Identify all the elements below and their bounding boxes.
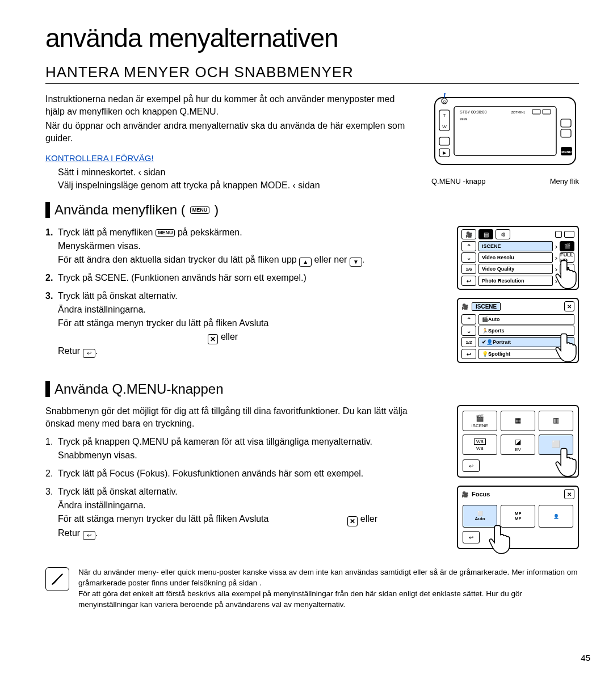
camera-diagram: T W ▶ Q MENU STBY 00:00:00 [307MIN] 9999…: [431, 93, 579, 192]
close-icon: ✕: [208, 334, 218, 344]
tab-icon[interactable]: ⚙: [496, 229, 510, 239]
menu-row[interactable]: Video Resolu: [478, 252, 553, 263]
return-icon: ↩: [83, 349, 95, 358]
menu-badge-icon: MENU: [156, 229, 175, 237]
svg-rect-10: [561, 119, 571, 127]
up-icon: ▲: [299, 258, 312, 267]
menu-screen-1: 🎥 ▤ ⚙ ⌃iSCENE›🎬 ⌄Video Resolu›FULL HD 1/…: [457, 226, 579, 290]
svg-text:W: W: [442, 124, 447, 129]
note-icon: [45, 567, 69, 591]
step-item: 3.Tryck lätt på önskat alternativ. Ändra…: [45, 485, 414, 540]
up-button[interactable]: ⌃: [461, 314, 476, 324]
qmenu-item[interactable]: 🎬iSCENE: [463, 411, 497, 431]
tab-icon[interactable]: ▤: [478, 229, 493, 239]
svg-rect-11: [561, 129, 571, 137]
hand-pointer-icon: [553, 257, 583, 291]
up-button[interactable]: ⌃: [461, 241, 476, 251]
step-item: 2.Tryck på SCENE. (Funktionen används hä…: [45, 271, 414, 285]
mode-icon: 🎥: [461, 303, 468, 310]
value-icon: 🎬: [560, 241, 574, 251]
svg-text:Q: Q: [443, 100, 446, 103]
screen-title: iSCENE: [472, 302, 501, 311]
svg-text:[307MIN]: [307MIN]: [511, 111, 525, 114]
menu-badge-icon: MENU: [190, 206, 210, 214]
svg-text:9999: 9999: [460, 117, 468, 121]
close-icon: ✕: [347, 516, 358, 526]
qmenu-item[interactable]: ▦: [501, 411, 535, 431]
qmenu-item[interactable]: WBWB: [463, 435, 497, 455]
down-button[interactable]: ⌄: [461, 252, 476, 263]
precheck-heading: KONTROLLERA I FÖRVÄG!: [45, 153, 154, 163]
precheck-item: Sätt i minneskortet. ‹ sidan: [58, 166, 414, 179]
svg-text:STBY 00:00:00: STBY 00:00:00: [460, 110, 486, 114]
note-text: När du använder meny- eller quick menu-p…: [78, 567, 579, 610]
return-icon: ↩: [83, 531, 95, 540]
subheading-menu-tab: Använda menyfliken ( MENU ): [45, 202, 579, 218]
down-icon: ▼: [350, 258, 362, 267]
return-button[interactable]: ↩: [461, 349, 476, 359]
svg-rect-5: [439, 137, 450, 145]
storage-icon: [555, 231, 562, 238]
svg-text:MENU: MENU: [561, 150, 572, 154]
hand-pointer-icon: [553, 330, 583, 364]
subheading-qmenu: Använda Q.MENU-knappen: [45, 381, 579, 397]
intro-1: Instruktionerna nedan är exempel på hur …: [45, 93, 414, 117]
option-row[interactable]: 🎬 Auto: [478, 314, 574, 324]
step-item: 3.Tryck lätt på önskat alternativ. Ändra…: [45, 289, 414, 358]
tab-icon[interactable]: 🎥: [461, 229, 476, 239]
close-button[interactable]: ✕: [564, 489, 574, 499]
return-button[interactable]: ↩: [463, 459, 480, 472]
step-item: 1.Tryck på knappen Q.MENU på kameran för…: [45, 435, 414, 462]
battery-icon: [564, 231, 574, 238]
down-button[interactable]: ⌄: [461, 326, 476, 336]
svg-text:T: T: [443, 113, 446, 118]
page-indicator: 1/2: [461, 337, 476, 347]
page-title: använda menyalternativen: [45, 23, 579, 53]
return-button[interactable]: ↩: [461, 276, 476, 286]
hand-pointer-icon: [553, 445, 583, 479]
menu-row[interactable]: iSCENE: [478, 241, 553, 251]
step-item: 1.Tryck lätt på menyfliken MENU på peksk…: [45, 226, 414, 267]
qmenu-item[interactable]: ◪EV: [501, 435, 535, 455]
step-item: 2.Tryck lätt på Focus (Fokus). Fokusfunk…: [45, 467, 414, 480]
menu-screen-2: 🎥 iSCENE ✕ ⌃🎬 Auto ⌄🏃 Sports 1/2✔👤 Portr…: [457, 298, 579, 363]
intro-2: När du öppnar och använder andra menyalt…: [45, 120, 414, 144]
camera-label-menutab: Meny flik: [550, 177, 579, 185]
svg-text:▶: ▶: [443, 150, 447, 155]
menu-row[interactable]: Photo Resolution: [478, 276, 553, 286]
qmenu-item[interactable]: ▥: [539, 411, 573, 431]
screen-title: Focus: [472, 491, 490, 497]
page-indicator: 1/6: [461, 264, 476, 274]
qmenu-screen: 🎬iSCENE ▦ ▥ WBWB ◪EV ⬜ ↩: [457, 405, 579, 478]
section-title: HANTERA MENYER OCH SNABBMENYER: [45, 64, 579, 84]
focus-screen: 🎥 Focus ✕ ⬜Auto MFMF 👤 ↩: [457, 486, 579, 549]
menu-row[interactable]: Video Quality: [478, 264, 553, 274]
return-button[interactable]: ↩: [463, 531, 480, 543]
close-button[interactable]: ✕: [564, 301, 574, 311]
mode-icon: 🎥: [461, 491, 468, 497]
camera-label-qmenu: Q.MENU -knapp: [431, 177, 485, 185]
qmenu-intro: Snabbmenyn gör det möjligt för dig att f…: [45, 405, 414, 429]
page-number: 45: [581, 653, 590, 663]
focus-option[interactable]: 👤: [539, 505, 573, 528]
precheck-item: Välj inspelningsläge genom att trycka på…: [58, 179, 414, 192]
hand-pointer-icon: [486, 522, 517, 556]
